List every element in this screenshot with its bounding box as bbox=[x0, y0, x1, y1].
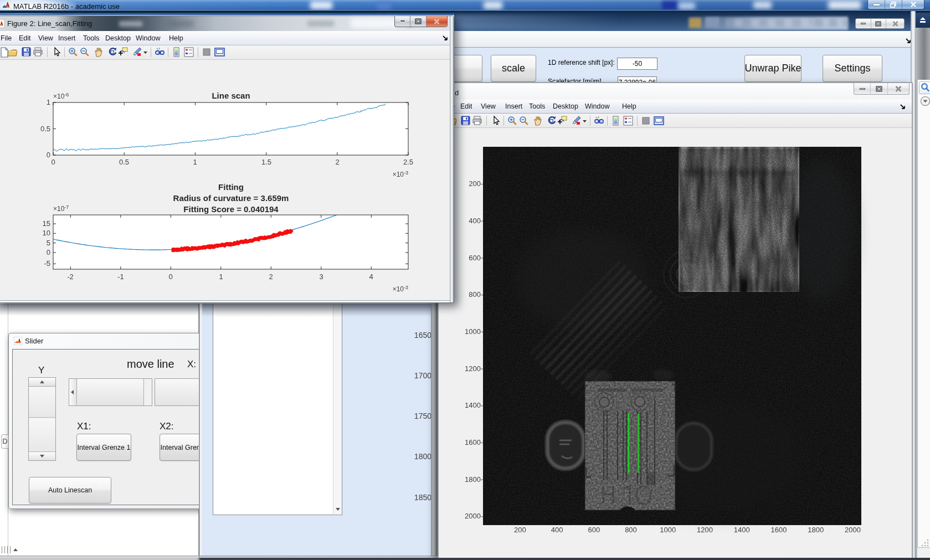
svg-text:2: 2 bbox=[335, 158, 339, 166]
svg-text:-1: -1 bbox=[117, 273, 124, 281]
svg-text:×10-3: ×10-3 bbox=[393, 285, 408, 293]
svg-text:15: 15 bbox=[43, 219, 50, 228]
svg-text:0: 0 bbox=[168, 273, 172, 281]
svg-text:Radius of curvature = 3.659m: Radius of curvature = 3.659m bbox=[173, 193, 289, 203]
svg-text:×10-7: ×10-7 bbox=[53, 204, 69, 213]
svg-text:2.5: 2.5 bbox=[403, 158, 413, 166]
svg-text:0: 0 bbox=[51, 158, 55, 166]
svg-text:1200: 1200 bbox=[697, 526, 713, 534]
svg-text:1200: 1200 bbox=[465, 364, 481, 373]
svg-text:0.5: 0.5 bbox=[40, 125, 50, 133]
svg-text:3: 3 bbox=[319, 273, 323, 281]
svg-text:4: 4 bbox=[369, 273, 373, 281]
svg-text:Fitting: Fitting bbox=[218, 182, 244, 192]
svg-text:400: 400 bbox=[469, 217, 481, 225]
svg-text:1600: 1600 bbox=[465, 438, 481, 446]
svg-text:0: 0 bbox=[47, 248, 50, 256]
svg-text:1400: 1400 bbox=[465, 401, 481, 409]
svg-text:-2: -2 bbox=[67, 273, 74, 281]
svg-text:5: 5 bbox=[47, 239, 50, 247]
svg-text:0: 0 bbox=[47, 151, 50, 159]
svg-text:1: 1 bbox=[219, 273, 223, 281]
svg-text:800: 800 bbox=[625, 526, 637, 534]
svg-text:200: 200 bbox=[469, 179, 481, 188]
svg-text:1000: 1000 bbox=[660, 526, 676, 534]
svg-text:1600: 1600 bbox=[771, 526, 787, 534]
svg-text:1: 1 bbox=[193, 158, 197, 166]
svg-text:1: 1 bbox=[47, 98, 50, 106]
svg-text:1800: 1800 bbox=[465, 475, 481, 484]
svg-text:200: 200 bbox=[514, 526, 526, 534]
svg-text:×10-6: ×10-6 bbox=[53, 92, 69, 100]
svg-text:800: 800 bbox=[469, 290, 481, 299]
svg-text:600: 600 bbox=[469, 254, 481, 262]
svg-text:2: 2 bbox=[269, 273, 273, 281]
svg-text:600: 600 bbox=[588, 526, 600, 534]
svg-text:1000: 1000 bbox=[465, 327, 481, 336]
svg-text:×10-3: ×10-3 bbox=[393, 170, 408, 178]
svg-text:-5: -5 bbox=[44, 259, 50, 268]
svg-text:1400: 1400 bbox=[734, 526, 750, 534]
svg-text:2000: 2000 bbox=[465, 512, 481, 520]
svg-text:10: 10 bbox=[43, 229, 50, 237]
svg-text:1.5: 1.5 bbox=[261, 158, 271, 166]
svg-text:Line scan: Line scan bbox=[212, 91, 250, 100]
svg-text:2000: 2000 bbox=[845, 526, 861, 534]
svg-text:0.5: 0.5 bbox=[119, 158, 129, 166]
svg-text:Fitting Score = 0.040194: Fitting Score = 0.040194 bbox=[183, 204, 279, 214]
svg-text:400: 400 bbox=[551, 526, 563, 534]
svg-text:1800: 1800 bbox=[808, 526, 824, 534]
